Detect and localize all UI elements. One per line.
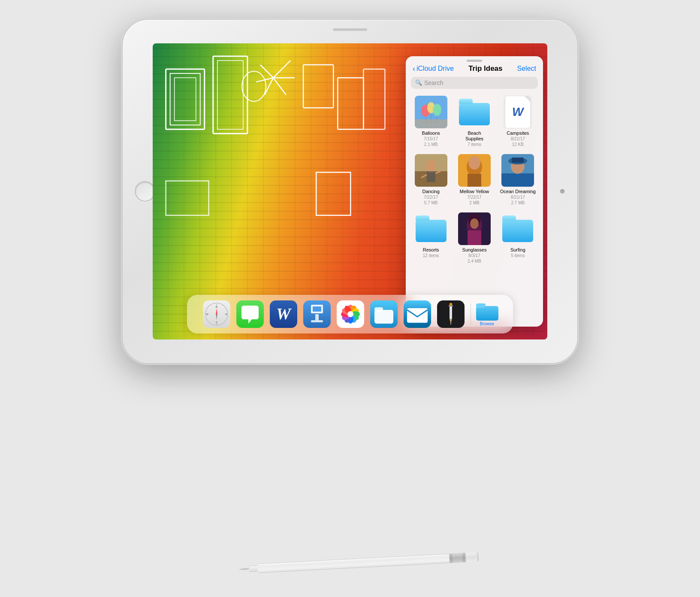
file-thumb-mellow-yellow [458,154,491,187]
svg-text:E: E [225,313,227,315]
word-icon-letter: W [512,105,523,119]
file-thumb-campsites: W [501,96,534,128]
dock-app-messages[interactable] [235,300,265,329]
search-icon: 🔍 [415,79,422,86]
surfing-name: Surfing [510,247,525,253]
svg-rect-39 [512,158,524,163]
ocean-dreaming-photo [501,154,534,187]
file-item-resorts[interactable]: Resorts 12 items [411,210,451,267]
mellow-yellow-name: Mellow Yellow [460,189,489,194]
select-button[interactable]: Select [517,65,536,73]
dock-app-files[interactable] [369,300,398,329]
svg-rect-83 [407,308,428,323]
camera-dot [560,189,564,194]
dock-app-photos[interactable] [336,300,365,329]
svg-rect-28 [427,171,435,182]
svg-point-78 [347,311,353,317]
svg-rect-24 [415,119,447,128]
ocean-dreaming-name: Ocean Dreaming [500,189,536,194]
svg-rect-64 [311,320,323,322]
svg-rect-36 [501,173,534,187]
file-thumb-balloons [415,96,447,128]
ipad-screen: ‹ iCloud Drive Trip Ideas Select 🔍 Searc… [153,43,547,339]
file-thumb-dancing [415,154,447,187]
svg-text:S: S [215,321,217,324]
file-item-campsites[interactable]: W Campsites 8/21/1712 KB [498,93,538,150]
sunglasses-meta: 8/3/172.4 MB [468,253,481,264]
ipad-frame: ‹ iCloud Drive Trip Ideas Select 🔍 Searc… [123,20,577,363]
home-button[interactable] [135,181,155,202]
file-item-dancing[interactable]: Dancing 7/22/175.7 MB [411,152,451,208]
svg-point-27 [426,159,436,173]
files-grid: Balloons 7/15/172.1 MB BeachSu [406,93,543,327]
files-header: ‹ iCloud Drive Trip Ideas Select [406,64,543,77]
svg-point-44 [470,218,479,229]
file-item-surfing[interactable]: Surfing 5 items [498,210,538,267]
svg-rect-63 [315,314,319,320]
files-panel: ‹ iCloud Drive Trip Ideas Select 🔍 Searc… [406,56,543,327]
pencil-metal [453,553,462,563]
dock-app-word[interactable]: W [269,300,298,329]
pencil-taper [249,565,258,572]
dancing-photo [415,154,447,187]
svg-point-33 [468,156,480,170]
surfing-meta: 5 items [511,253,525,258]
screen-content: ‹ iCloud Drive Trip Ideas Select 🔍 Searc… [153,43,547,339]
svg-point-20 [433,104,441,116]
svg-text:N: N [215,306,217,308]
dock-app-safari[interactable]: N S E W [202,300,231,329]
search-placeholder: Search [424,79,443,86]
mellow-yellow-photo [458,154,491,187]
dock-app-browse[interactable]: Browse [476,302,498,326]
campsites-name: Campsites [507,130,529,136]
svg-rect-81 [374,307,383,312]
search-bar[interactable]: 🔍 Search [411,77,538,89]
dancing-meta: 7/22/175.7 MB [424,194,438,206]
mellow-yellow-meta: 7/22/172 MB [467,194,481,206]
drag-handle [406,56,543,64]
svg-rect-80 [374,310,393,324]
file-thumb-ocean-dreaming [501,154,534,187]
dock-separator [471,303,471,325]
resorts-meta: 12 items [423,253,439,258]
file-item-mellow-yellow[interactable]: Mellow Yellow 7/22/172 MB [454,152,494,208]
file-item-balloons[interactable]: Balloons 7/15/172.1 MB [411,93,451,150]
file-item-sunglasses[interactable]: Sunglasses 8/3/172.4 MB [454,210,494,267]
file-thumb-surfing [501,212,534,245]
sunglasses-photo [458,212,491,245]
svg-rect-91 [476,303,486,308]
browse-label: Browse [480,321,494,326]
file-item-ocean-dreaming[interactable]: Ocean Dreaming 8/21/172.7 MB [498,152,538,208]
dock-app-keynote[interactable] [302,300,332,329]
campsites-doc: W [505,96,531,128]
dock-app-mail[interactable] [403,300,432,329]
scene: ‹ iCloud Drive Trip Ideas Select 🔍 Searc… [93,20,607,578]
beach-supplies-name: BeachSupplies [465,130,483,142]
back-chevron-icon: ‹ [413,64,415,73]
apple-pencil [238,551,479,575]
balloons-meta: 7/15/172.1 MB [424,136,438,147]
file-item-beach-supplies[interactable]: BeachSupplies 7 items [454,93,494,150]
folder-title: Trip Ideas [468,64,502,73]
dock-app-pencil[interactable] [436,300,465,329]
back-button[interactable]: ‹ iCloud Drive [413,64,454,73]
pencil-body [258,553,450,573]
dock: N S E W [187,295,513,333]
ocean-dreaming-meta: 8/21/172.7 MB [511,194,525,206]
resorts-name: Resorts [423,247,439,253]
file-thumb-sunglasses [458,212,491,245]
balloons-photo [415,96,447,128]
svg-rect-90 [476,306,498,321]
drag-pill [467,60,482,62]
file-thumb-resorts [415,212,447,245]
ipad-top-bar [333,28,367,31]
svg-text:W: W [276,305,292,323]
dancing-name: Dancing [422,189,439,194]
sunglasses-name: Sunglasses [462,247,487,253]
svg-text:W: W [206,313,208,315]
balloons-name: Balloons [422,130,440,136]
file-thumb-beach-supplies [458,96,491,128]
back-label: iCloud Drive [416,65,454,73]
pencil-cap [465,552,479,562]
svg-rect-34 [468,174,481,187]
